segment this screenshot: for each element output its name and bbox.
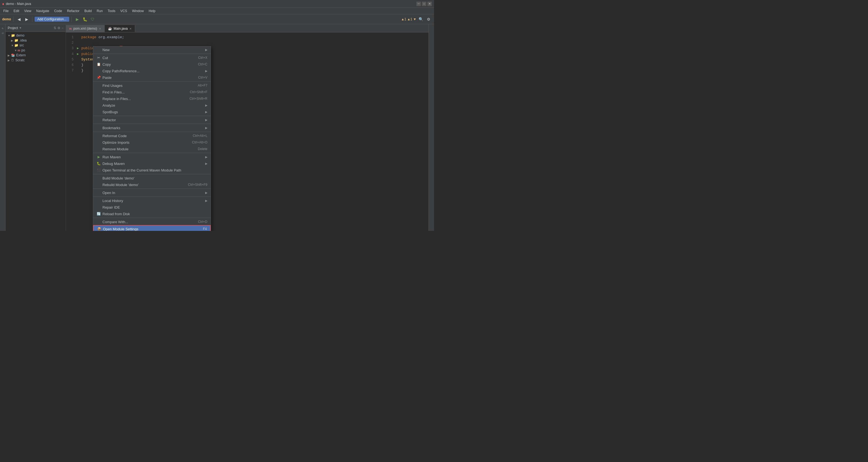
toolbar-separator-1 — [13, 17, 13, 22]
tree-item-demo[interactable]: ▼ 📁 demo — [5, 33, 66, 38]
ctx-refactor[interactable]: Refactor ▶ — [93, 117, 211, 123]
ctx-open-in-arrow: ▶ — [205, 191, 207, 195]
ctx-optimize[interactable]: Optimize Imports Ctrl+Alt+O — [93, 139, 211, 146]
ctx-remove-module-icon — [96, 147, 101, 151]
ctx-find-files[interactable]: Find in Files... Ctrl+Shift+F — [93, 89, 211, 95]
tree-label-src: src — [20, 44, 24, 47]
ctx-cut[interactable]: ✂ Cut Ctrl+X — [93, 54, 211, 61]
ctx-new-arrow: ▶ — [205, 48, 207, 52]
menu-view[interactable]: View — [22, 8, 33, 13]
search-everywhere-button[interactable]: 🔍 — [417, 16, 424, 23]
menu-vcs[interactable]: VCS — [118, 8, 129, 13]
ctx-open-terminal-label: Open Terminal at the Current Maven Modul… — [102, 168, 207, 172]
ctx-find-files-shortcut: Ctrl+Shift+F — [190, 90, 207, 94]
menu-file[interactable]: File — [1, 8, 11, 13]
ctx-optimize-shortcut: Ctrl+Alt+O — [192, 140, 207, 144]
ctx-debug-maven[interactable]: 🐛 Debug Maven ▶ — [93, 160, 211, 167]
java-tab-icon: ☕ — [108, 27, 112, 30]
left-tool-strip: P S — [0, 24, 5, 231]
line-content-2 — [81, 40, 426, 46]
ctx-reload-disk[interactable]: 🔄 Reload from Disk — [93, 210, 211, 217]
forward-button[interactable]: ▶ — [23, 16, 30, 23]
ctx-analyze[interactable]: Analyze ▶ — [93, 102, 211, 109]
menu-window[interactable]: Window — [130, 8, 146, 13]
ctx-run-maven[interactable]: ▶ Run Maven ▶ — [93, 154, 211, 160]
run-configuration[interactable]: Add Configuration... — [35, 17, 69, 22]
ctx-build-module[interactable]: Build Module 'demo' — [93, 175, 211, 181]
ctx-new-label: New — [102, 48, 204, 52]
debug-button[interactable]: 🐛 — [82, 16, 88, 23]
gutter-2 — [77, 40, 81, 46]
main-tab-close[interactable]: ✕ — [129, 27, 131, 30]
panel-gear-icon[interactable]: ⚙ — [57, 26, 60, 30]
ctx-spotbugs-label: SpotBugs — [102, 110, 204, 114]
close-button[interactable]: ✕ — [427, 2, 432, 6]
line-num-4: 4 — [68, 51, 77, 57]
tree-arrow-src: ▼ — [11, 44, 14, 47]
tree-item-extern[interactable]: ▶ 📚 Extern — [5, 53, 66, 58]
pom-tab-close[interactable]: ✕ — [99, 27, 101, 30]
maximize-button[interactable]: □ — [422, 2, 426, 6]
gutter-7 — [77, 68, 81, 74]
tab-main[interactable]: ☕ Main.java ✕ — [105, 25, 135, 32]
ctx-copy-path[interactable]: Copy Path/Reference... ▶ — [93, 67, 211, 74]
ctx-replace-files[interactable]: Replace in Files... Ctrl+Shift+R — [93, 95, 211, 102]
tree-item-po[interactable]: ▼ m po — [5, 48, 66, 53]
ctx-compare[interactable]: Compare With... Ctrl+D — [93, 219, 211, 225]
ctx-copy-path-icon — [96, 69, 101, 73]
coverage-button[interactable]: 🛡 — [89, 16, 96, 23]
project-dropdown-icon[interactable]: ▼ — [19, 26, 22, 29]
src-icon: 📁 — [14, 44, 19, 47]
ctx-sep-10 — [93, 218, 211, 218]
menu-edit[interactable]: Edit — [11, 8, 22, 13]
ctx-open-terminal[interactable]: ⬛ Open Terminal at the Current Maven Mod… — [93, 167, 211, 173]
ctx-spotbugs[interactable]: SpotBugs ▶ — [93, 109, 211, 115]
line-num-7: 7 — [68, 68, 77, 74]
ctx-bookmarks[interactable]: Bookmarks ▶ — [93, 124, 211, 131]
tree-item-src[interactable]: ▼ 📁 src — [5, 43, 66, 48]
ctx-paste[interactable]: 📌 Paste Ctrl+V — [93, 74, 211, 81]
ctx-copy[interactable]: 📋 Copy Ctrl+C — [93, 61, 211, 67]
panel-minus-icon[interactable]: − — [62, 26, 63, 30]
ctx-copy-label: Copy — [102, 62, 196, 66]
menu-tools[interactable]: Tools — [105, 8, 118, 13]
menu-code[interactable]: Code — [52, 8, 64, 13]
ctx-copy-path-arrow: ▶ — [205, 69, 207, 73]
ctx-open-module-settings[interactable]: 📦 Open Module Settings F4 — [93, 225, 211, 231]
idea-icon: 📁 — [14, 38, 19, 42]
demo-icon: 📁 — [11, 33, 15, 37]
structure-tool-button[interactable]: S — [1, 31, 5, 35]
ctx-repair-ide[interactable]: Repair IDE — [93, 204, 211, 210]
settings-button[interactable]: ⚙ — [425, 16, 432, 23]
back-button[interactable]: ◀ — [16, 16, 22, 23]
run-button[interactable]: ▶ — [74, 16, 81, 23]
project-tool-button[interactable]: P — [1, 26, 5, 30]
ctx-find-usages[interactable]: Find Usages Alt+F7 — [93, 82, 211, 89]
ctx-open-in-label: Open In — [102, 191, 204, 195]
ctx-open-in[interactable]: Open In ▶ — [93, 190, 211, 196]
ctx-new[interactable]: New ▶ — [93, 47, 211, 53]
menu-navigate[interactable]: Navigate — [34, 8, 51, 13]
ctx-local-history[interactable]: Local History ▶ — [93, 197, 211, 204]
ctx-remove-module[interactable]: Remove Module Delete — [93, 146, 211, 152]
warnings-label: ▲1 ▲1 ▼ — [401, 17, 416, 21]
ctx-compare-icon — [96, 220, 101, 224]
tab-pom[interactable]: m pom.xml (demo) ✕ — [66, 25, 105, 32]
ctx-rebuild-module[interactable]: Rebuild Module 'demo' Ctrl+Shift+F9 — [93, 181, 211, 188]
menu-build[interactable]: Build — [82, 8, 94, 13]
minimize-button[interactable]: ─ — [416, 2, 421, 6]
tree-label-idea: .idea — [20, 38, 27, 42]
ctx-open-terminal-icon: ⬛ — [96, 168, 101, 172]
tree-item-idea[interactable]: ▶ 📁 .idea — [5, 38, 66, 43]
ctx-rebuild-module-icon — [96, 182, 101, 187]
project-panel: Project ▼ ⇅ ⚙ − ▼ 📁 demo ▶ 📁 .idea — [5, 24, 66, 231]
menu-refactor[interactable]: Refactor — [65, 8, 82, 13]
menu-run[interactable]: Run — [94, 8, 105, 13]
tree-item-scratch[interactable]: ▶ 🗒 Scratc — [5, 58, 66, 63]
menu-help[interactable]: Help — [146, 8, 158, 13]
line-num-3: 3 — [68, 46, 77, 51]
ctx-build-module-label: Build Module 'demo' — [102, 176, 207, 180]
ctx-reformat[interactable]: Reformat Code Ctrl+Alt+L — [93, 133, 211, 139]
panel-sort-icon[interactable]: ⇅ — [54, 26, 56, 30]
ctx-spotbugs-arrow: ▶ — [205, 110, 207, 114]
